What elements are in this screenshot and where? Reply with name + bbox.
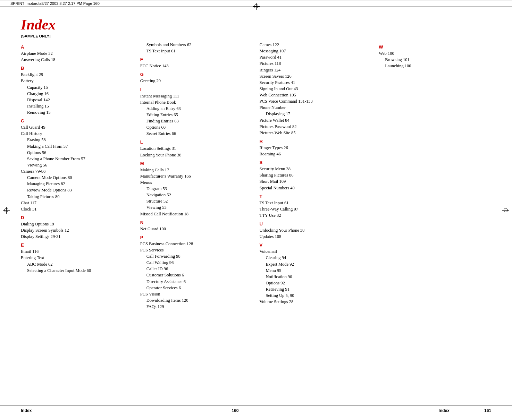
list-item: Voicemail [260, 248, 372, 255]
list-item: TTY Use 32 [260, 212, 372, 218]
list-item: Taking Pictures 80 [21, 194, 133, 200]
list-item: Camera Mode Options 80 [21, 174, 133, 181]
list-item: Sharing Pictures 86 [260, 172, 372, 178]
section-letter-w: W [379, 44, 491, 50]
section-letter-i: I [140, 87, 253, 92]
list-item: Options 60 [140, 124, 253, 130]
list-item: FCC Notice 143 [140, 63, 253, 69]
list-item: T9 Text Input 61 [260, 200, 372, 206]
column-2: Symbols and Numbers 62T9 Text Input 61FF… [140, 42, 260, 310]
list-item: Adding an Entry 63 [140, 105, 253, 112]
list-item: Viewing 56 [21, 162, 133, 168]
list-item: Caller ID 96 [140, 266, 253, 272]
column-4: WWeb 100Browsing 101Launching 100 [379, 42, 491, 310]
list-item: PCS Voice Command 131-133 [260, 98, 372, 104]
list-item: Answering Calls 18 [21, 57, 133, 63]
column-3: Games 122Messaging 107Password 41Picture… [260, 42, 379, 310]
list-item: Ringer Types 26 [260, 145, 372, 151]
list-item: Three-Way Calling 97 [260, 206, 372, 212]
section-letter-c: C [21, 118, 133, 123]
column-1: AAirplane Mode 32Answering Calls 18BBack… [21, 42, 140, 310]
columns-wrapper: AAirplane Mode 32Answering Calls 18BBack… [21, 42, 491, 310]
footer-right-label: Index 161 [439, 408, 491, 413]
list-item: Internal Phone Book [140, 99, 253, 105]
list-item: Symbols and Numbers 62 [140, 42, 253, 48]
crosshair-left [3, 207, 10, 214]
list-item: Phone Number [260, 104, 372, 111]
list-item: Setting Up 5, 90 [260, 292, 372, 299]
list-item: T9 Text Input 61 [140, 48, 253, 54]
list-item: Manufacturer's Warranty 166 [140, 173, 253, 179]
list-item: Chat 117 [21, 200, 133, 206]
section-letter-v: V [260, 242, 372, 248]
section-letter-m: M [140, 161, 253, 166]
section-letter-p: P [140, 235, 253, 240]
list-item: PCS Business Connection 128 [140, 241, 253, 247]
list-item: Security Menu 38 [260, 166, 372, 172]
section-letter-u: U [260, 221, 372, 226]
list-item: Review Mode Options 83 [21, 187, 133, 193]
list-item: Removing 15 [21, 109, 133, 115]
list-item: Pictures 118 [260, 60, 372, 67]
list-item: Pictures Password 82 [260, 123, 372, 130]
list-item: Battery [21, 78, 133, 84]
list-item: Updates 108 [260, 233, 372, 240]
list-item: Menus [140, 179, 253, 186]
section-letter-f: F [140, 57, 253, 62]
list-item: Secret Entries 66 [140, 130, 253, 137]
list-item: Installing 15 [21, 103, 133, 109]
list-item: Call History [21, 130, 133, 137]
list-item: Messaging 107 [260, 48, 372, 54]
crosshair-top [253, 3, 260, 10]
list-item: Finding Entries 63 [140, 118, 253, 124]
list-item: PCS Services [140, 247, 253, 253]
list-item: Games 122 [260, 42, 372, 48]
list-item: Display Screen Symbols 12 [21, 227, 133, 233]
page-title: Index [21, 17, 491, 32]
footer-left-label: Index [21, 408, 32, 413]
section-letter-b: B [21, 66, 133, 71]
list-item: Locking Your Phone 38 [140, 152, 253, 158]
list-item: Net Guard 100 [140, 226, 253, 232]
list-item: Saving a Phone Number From 57 [21, 156, 133, 162]
section-letter-n: N [140, 220, 253, 225]
list-item: Email 116 [21, 248, 133, 255]
list-item: Directory Assistance 6 [140, 278, 253, 285]
list-item: Short Mail 109 [260, 178, 372, 185]
list-item: Signing In and Out 43 [260, 86, 372, 92]
list-item: Options 56 [21, 149, 133, 156]
list-item: Downloading Items 120 [140, 297, 253, 303]
list-item: Expert Mode 92 [260, 261, 372, 267]
list-item: Password 41 [260, 54, 372, 60]
list-item: Volume Settings 28 [260, 299, 372, 305]
list-item: Capacity 15 [21, 84, 133, 91]
list-item: Camera 79-86 [21, 168, 133, 174]
list-item: FAQs 129 [140, 303, 253, 310]
page-container: SPRINT–motorola8/27 2003.8.27 2:17 PM Pa… [0, 0, 512, 420]
list-item: ABC Mode 62 [21, 261, 133, 267]
list-item: Location Settings 31 [140, 145, 253, 152]
list-item: Missed Call Notification 18 [140, 211, 253, 217]
list-item: Making Calls 17 [140, 167, 253, 173]
list-item: Greeting 29 [140, 78, 253, 84]
list-item: Security Features 41 [260, 79, 372, 86]
list-item: Pictures Web Site 85 [260, 130, 372, 136]
list-item: Erasing 58 [21, 137, 133, 143]
list-item: Picture Wallet 84 [260, 117, 372, 123]
list-item: Entering Text [21, 255, 133, 261]
section-letter-l: L [140, 139, 253, 145]
list-item: Roaming 46 [260, 151, 372, 157]
section-letter-a: A [21, 44, 133, 50]
list-item: Managing Pictures 82 [21, 181, 133, 187]
list-item: Editing Entries 65 [140, 112, 253, 118]
list-item: Diagram 53 [140, 186, 253, 192]
list-item: Instant Messaging 111 [140, 93, 253, 99]
section-letter-e: E [21, 242, 133, 248]
list-item: Structure 52 [140, 198, 253, 204]
list-item: Clearing 94 [260, 255, 372, 261]
list-item: Viewing 53 [140, 204, 253, 211]
list-item: Web Connection 105 [260, 92, 372, 98]
list-item: Backlight 29 [21, 71, 133, 78]
list-item: Clock 31 [21, 206, 133, 212]
list-item: Browsing 101 [379, 57, 491, 63]
